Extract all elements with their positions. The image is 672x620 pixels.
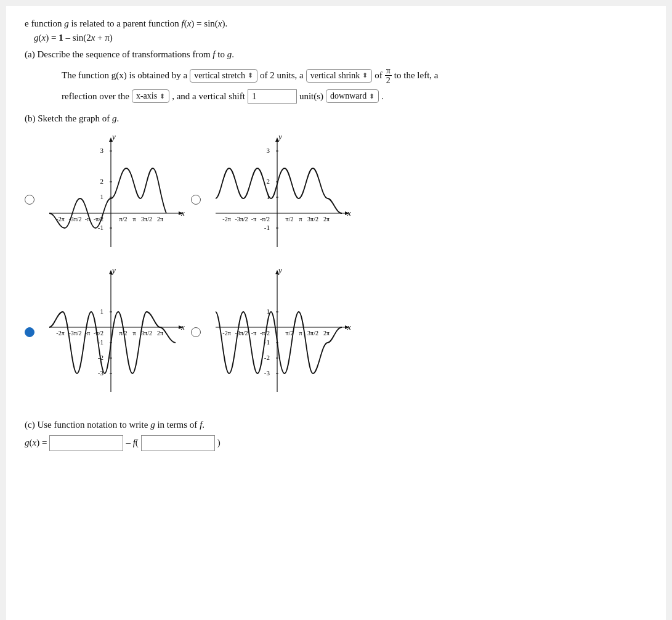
radio-4[interactable] (191, 327, 201, 337)
part-c-label: (c) Use function notation to write g in … (25, 420, 647, 430)
svg-text:3: 3 (100, 147, 104, 154)
pi-over-2-fraction: π 2 (385, 66, 392, 86)
transform1-prefix: The function g(x) is obtained by a (62, 70, 187, 81)
svg-text:2π: 2π (157, 330, 163, 337)
part-c-input1[interactable] (49, 435, 123, 451)
vertical-stretch-dropdown[interactable]: vertical stretch ⬍ (190, 69, 257, 83)
graph-wrapper-4: y x 1 -1 -2 -3 -2π -3π/2 -π -π/2 π/2 π 3… (191, 266, 351, 401)
vertical-stretch-label: vertical stretch (194, 71, 245, 81)
svg-text:1: 1 (100, 308, 104, 315)
part-b-label: (b) Sketch the graph of g. (25, 113, 647, 124)
transform1-mid2: of (374, 70, 383, 81)
vertical-shrink-label: vertical shrink (310, 71, 360, 81)
svg-text:y: y (111, 266, 116, 275)
svg-text:-3π/2: -3π/2 (235, 216, 248, 222)
svg-text:2π: 2π (157, 216, 163, 222)
svg-text:-3π/2: -3π/2 (68, 330, 81, 337)
graph-3: y x 1 -1 -2 -3 -2π -3π/2 -π -π/2 π/2 π 3… (37, 266, 185, 401)
svg-text:x: x (180, 322, 185, 332)
graph-4: y x 1 -1 -2 -3 -2π -3π/2 -π -π/2 π/2 π 3… (203, 266, 351, 401)
chevron-icon: ⬍ (248, 71, 253, 80)
svg-text:-π: -π (251, 330, 256, 337)
svg-text:2π: 2π (323, 330, 330, 337)
transform1-mid1: of 2 units, a (260, 70, 304, 81)
part-c-input2[interactable] (141, 435, 215, 451)
svg-text:-2π: -2π (222, 216, 230, 222)
curve-3 (49, 312, 176, 373)
intro-line1: e function g is related to a parent func… (25, 18, 647, 29)
radio-2[interactable] (191, 195, 201, 205)
svg-text:1: 1 (100, 193, 104, 200)
svg-text:y: y (277, 266, 282, 275)
graph-wrapper-2: y x 2 1 3 -1 -2π -3π/2 -π -π/2 π/2 π 3π/… (191, 133, 351, 256)
part-c-mid: – f( (126, 438, 138, 448)
svg-text:x: x (347, 322, 351, 332)
svg-text:-2π: -2π (222, 330, 230, 337)
downward-dropdown[interactable]: downward ⬍ (326, 89, 379, 103)
transform2-mid: , and a vertical shift (172, 91, 245, 102)
graph-wrapper-1: y x 2 1 3 -1 -2π -3π/2 -π -π/2 π/2 π 3π/… (25, 133, 185, 256)
radio-3[interactable] (25, 327, 34, 337)
chevron-icon3: ⬍ (160, 92, 165, 100)
part-c-eq-prefix: g(x) = (25, 438, 47, 448)
transform2-suffix: unit(s) (299, 91, 323, 102)
x-axis-dropdown[interactable]: x-axis ⬍ (132, 89, 169, 103)
graph-1: y x 2 1 3 -1 -2π -3π/2 -π -π/2 π/2 π 3π/… (37, 133, 185, 256)
chevron-icon4: ⬍ (369, 92, 374, 100)
svg-text:-3: -3 (264, 369, 270, 377)
transform-sentence-2: reflection over the x-axis ⬍ , and a ver… (62, 89, 647, 104)
curve-4 (216, 312, 342, 373)
x-axis-label: x-axis (136, 91, 157, 101)
transform2-end: . (381, 91, 384, 102)
svg-text:-π/2: -π/2 (260, 216, 270, 222)
svg-text:3π/2: 3π/2 (307, 330, 318, 337)
part-c-section: (c) Use function notation to write g in … (25, 420, 647, 451)
svg-text:-π/2: -π/2 (260, 330, 270, 337)
svg-text:3π/2: 3π/2 (141, 330, 152, 337)
svg-text:π/2: π/2 (286, 216, 294, 222)
radio-1[interactable] (25, 195, 34, 205)
svg-text:y: y (111, 133, 116, 141)
svg-text:2π: 2π (323, 216, 330, 222)
svg-text:x: x (180, 208, 185, 218)
graph-wrapper-3: y x 1 -1 -2 -3 -2π -3π/2 -π -π/2 π/2 π 3… (25, 266, 185, 401)
graph-2: y x 2 1 3 -1 -2π -3π/2 -π -π/2 π/2 π 3π/… (203, 133, 351, 256)
svg-text:3π/2: 3π/2 (141, 216, 152, 222)
graphs-section-top: y x 2 1 3 -1 -2π -3π/2 -π -π/2 π/2 π 3π/… (25, 133, 647, 256)
svg-text:2: 2 (100, 177, 104, 185)
svg-text:3: 3 (267, 147, 270, 154)
part-a-label: (a) Describe the sequence of transformat… (25, 49, 647, 60)
transform2-prefix: reflection over the (62, 91, 129, 102)
svg-text:x: x (347, 208, 351, 218)
intro-text1: e function g is related to a parent func… (25, 18, 227, 28)
svg-text:π: π (299, 330, 302, 337)
part-c-suffix: ) (217, 438, 221, 448)
svg-text:π: π (299, 216, 302, 222)
svg-text:2: 2 (267, 177, 270, 185)
svg-text:-π/2: -π/2 (94, 330, 103, 337)
svg-text:-2π: -2π (56, 330, 64, 337)
part-c-equation: g(x) = – f( ) (25, 435, 647, 451)
vertical-shift-input[interactable]: 1 (248, 89, 297, 104)
curve-2 (216, 168, 342, 213)
svg-text:y: y (277, 133, 282, 141)
transform1-suffix: to the left, a (394, 70, 439, 81)
svg-text:-π: -π (251, 216, 256, 222)
svg-text:3π/2: 3π/2 (307, 216, 318, 222)
equation-line: g(x) = 1 – sin(2x + π) (25, 33, 647, 43)
page: e function g is related to a parent func… (6, 6, 666, 620)
transform-sentence-1: The function g(x) is obtained by a verti… (62, 66, 647, 86)
svg-text:-1: -1 (264, 224, 270, 231)
downward-label: downward (330, 91, 366, 101)
svg-text:-2: -2 (264, 354, 270, 361)
svg-text:π: π (132, 330, 136, 337)
graphs-section-bottom: y x 1 -1 -2 -3 -2π -3π/2 -π -π/2 π/2 π 3… (25, 266, 647, 401)
svg-text:π: π (132, 216, 136, 222)
svg-text:π/2: π/2 (119, 216, 128, 222)
vertical-shrink-dropdown[interactable]: vertical shrink ⬍ (306, 69, 372, 83)
chevron-icon2: ⬍ (362, 71, 368, 80)
